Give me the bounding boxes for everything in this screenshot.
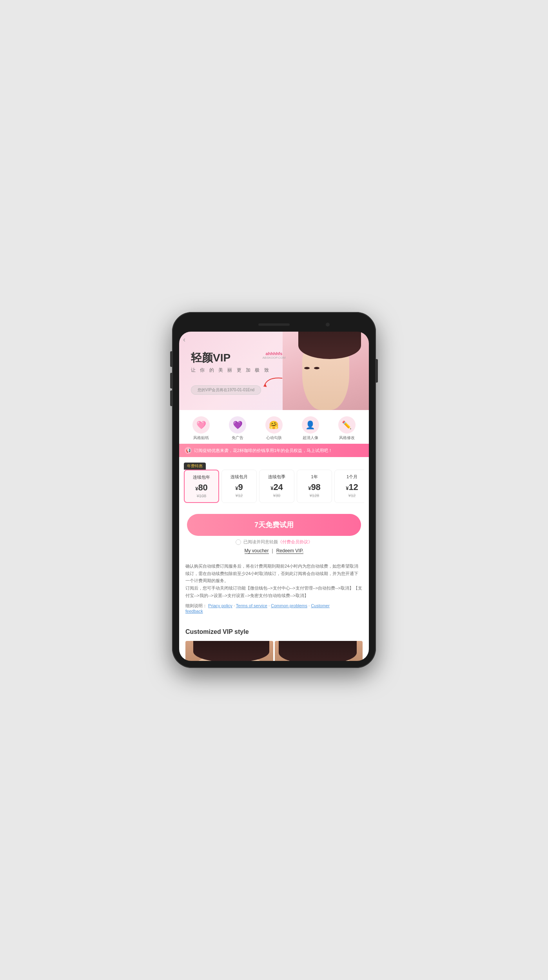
vip-style-section: Customized VIP style: [179, 622, 369, 661]
detail-links: 细则说明： Priacy policy · Terms of service ·…: [185, 603, 363, 613]
feature-style-sticker[interactable]: 🩷 风格贴纸: [183, 416, 220, 441]
phone-screen: ‹ 轻颜VIP 让 你 的 美 丽 更 加 极 致 您的VIP会员将在1970-…: [179, 332, 369, 661]
plan-quarterly-auto-original: ¥30: [262, 493, 292, 498]
voucher-row: My voucher | Redeem VIP.: [187, 548, 361, 554]
promo-banner: 📢 订阅促销优惠来袭，花2杯咖啡的价钱享用1年的会员权益，马上试用吧！: [179, 444, 369, 457]
plan-annual[interactable]: 1年 ¥98 ¥128: [297, 470, 332, 503]
no-ads-icon: 💜: [229, 416, 246, 434]
cta-section: 7天免费试用 已阅读并同意轻颜《付费会员协议》 My voucher | Red…: [179, 508, 369, 557]
style-sticker-label: 风格贴纸: [193, 435, 209, 441]
description-text: 确认购买自动续费订阅服务后，将在计费周期到期前24小时内为您自动续费，如您希望取…: [185, 563, 363, 599]
speaker: [258, 323, 290, 326]
hero-banner: ‹ 轻颜VIP 让 你 的 美 丽 更 加 极 致 您的VIP会员将在1970-…: [179, 332, 369, 410]
redeem-vip-link[interactable]: Redeem VIP.: [276, 548, 304, 554]
promo-icon: 📢: [185, 447, 192, 454]
plan-monthly-auto[interactable]: 连续包月 ¥9 ¥12: [221, 470, 257, 503]
agreement-row: 已阅读并同意轻颜《付费会员协议》: [187, 539, 361, 545]
my-voucher-link[interactable]: My voucher: [245, 548, 269, 554]
back-button[interactable]: ‹: [183, 336, 185, 344]
front-camera: [326, 323, 330, 327]
plan-annual-auto-price: ¥80: [187, 483, 216, 493]
plan-annual-price: ¥98: [299, 482, 329, 492]
vip-photo-2: [275, 641, 363, 661]
plan-monthly-original: ¥12: [337, 493, 364, 498]
agreement-checkbox[interactable]: [236, 539, 241, 545]
vip-style-title: Customized VIP style: [185, 628, 363, 635]
style-sticker-icon: 🩷: [192, 416, 210, 434]
plan-monthly-auto-price: ¥9: [224, 482, 254, 492]
phone-frame: ‹ 轻颜VIP 让 你 的 美 丽 更 加 极 致 您的VIP会员将在1970-…: [172, 312, 376, 668]
pricing-section: 年费特惠 连续包年 ¥80 ¥108 连续包月 ¥9 ¥12 连续包季 ¥24 …: [179, 457, 369, 508]
hero-model-image: [283, 332, 369, 410]
plan-annual-original: ¥128: [299, 493, 329, 498]
plan-quarterly-auto-price: ¥24: [262, 482, 292, 492]
plan-annual-auto[interactable]: 连续包年 ¥80 ¥108: [184, 470, 219, 503]
hd-portrait-label: 超清人像: [303, 435, 318, 441]
separator: |: [272, 548, 273, 554]
arrow-indicator: [261, 375, 285, 392]
best-value-badge: 年费特惠: [184, 463, 206, 470]
style-edit-label: 风格修改: [339, 435, 355, 441]
hero-subtitle: 让 你 的 美 丽 更 加 极 致: [191, 367, 270, 374]
plan-annual-auto-label: 连续包年: [187, 474, 216, 480]
features-row: 🩷 风格贴纸 💜 免广告 🤗 心动勾肤 👤 超清人像 ✏️ 风格修改: [179, 410, 369, 444]
plan-annual-label: 1年: [299, 474, 329, 480]
plan-monthly[interactable]: 1个月 ¥12 ¥12: [334, 470, 364, 503]
feature-hd-portrait[interactable]: 👤 超清人像: [292, 416, 328, 441]
vip-photo-1-inner: [185, 641, 273, 661]
style-edit-icon: ✏️: [338, 416, 356, 434]
plan-quarterly-auto[interactable]: 连续包季 ¥24 ¥30: [259, 470, 294, 503]
vip-status-badge: 您的VIP会员将在1970-01-01End: [191, 385, 261, 395]
hero-title: 轻颜VIP: [191, 350, 270, 365]
plan-monthly-auto-label: 连续包月: [224, 474, 254, 480]
terms-of-service-link[interactable]: Terms of service: [236, 603, 267, 608]
face-draw-label: 心动勾肤: [266, 435, 282, 441]
plan-quarterly-auto-label: 连续包季: [262, 474, 292, 480]
watermark-logo: ahhhhfs: [263, 351, 286, 356]
feature-face-draw[interactable]: 🤗 心动勾肤: [256, 416, 292, 441]
plan-monthly-auto-original: ¥12: [224, 493, 254, 498]
description-section: 确认购买自动续费订阅服务后，将在计费周期到期前24小时内为您自动续费，如您希望取…: [179, 557, 369, 619]
hd-portrait-icon: 👤: [302, 416, 319, 434]
detail-prefix: 细则说明：: [185, 603, 207, 608]
phone-notch: [179, 319, 369, 330]
common-problems-link[interactable]: Common problems: [271, 603, 307, 608]
plan-monthly-label: 1个月: [337, 474, 364, 480]
no-ads-label: 免广告: [232, 435, 243, 441]
plan-monthly-price: ¥12: [337, 482, 364, 492]
agreement-link[interactable]: 《付费会员协议》: [278, 539, 312, 544]
feature-style-edit[interactable]: ✏️ 风格修改: [328, 416, 365, 441]
promo-text: 订阅促销优惠来袭，花2杯咖啡的价钱享用1年的会员权益，马上试用吧！: [194, 448, 332, 454]
pricing-grid: 连续包年 ¥80 ¥108 连续包月 ¥9 ¥12 连续包季 ¥24 ¥30 1…: [184, 470, 364, 503]
face-draw-icon: 🤗: [265, 416, 283, 434]
watermark-sub: ABSKOOP.COM: [263, 356, 286, 359]
vip-photo-2-inner: [275, 641, 363, 661]
model-face: [283, 332, 369, 410]
hero-text-area: 轻颜VIP 让 你 的 美 丽 更 加 极 致 您的VIP会员将在1970-01…: [187, 339, 270, 395]
vip-photo-grid: [185, 641, 363, 661]
vip-photo-1: [185, 641, 273, 661]
privacy-policy-link[interactable]: Priacy policy: [208, 603, 232, 608]
plan-annual-auto-original: ¥108: [187, 494, 216, 498]
feature-no-ads[interactable]: 💜 免广告: [220, 416, 256, 441]
watermark: ahhhhfs ABSKOOP.COM: [263, 351, 286, 359]
trial-button[interactable]: 7天免费试用: [187, 514, 361, 536]
agreement-text: 已阅读并同意轻颜《付费会员协议》: [243, 539, 312, 545]
